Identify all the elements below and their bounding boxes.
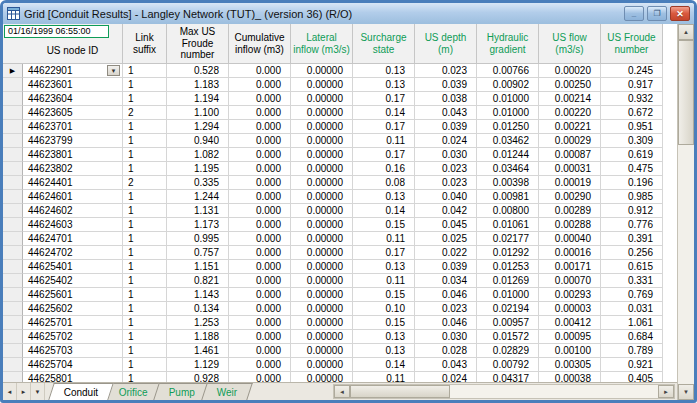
grid-cell[interactable]: 0.000: [229, 260, 291, 274]
grid-cell[interactable]: 0.01572: [477, 330, 539, 344]
grid-cell[interactable]: 1.195: [167, 162, 229, 176]
grid-cell[interactable]: 0.134: [167, 302, 229, 316]
grid-cell[interactable]: 0.000: [229, 176, 291, 190]
grid-cell[interactable]: 0.00000: [291, 246, 353, 260]
grid-cell[interactable]: 0.00020: [539, 64, 601, 78]
grid-cell[interactable]: 0.16: [353, 162, 415, 176]
column-header[interactable]: Surcharge state: [353, 24, 415, 64]
grid-cell[interactable]: 0.039: [415, 120, 477, 134]
grid-cell[interactable]: 44622901▼: [23, 64, 123, 78]
grid-cell[interactable]: 1.173: [167, 218, 229, 232]
horizontal-scrollbar[interactable]: ◄ ►: [333, 384, 675, 399]
vertical-scrollbar-track[interactable]: [678, 40, 694, 384]
row-selector[interactable]: [3, 274, 23, 288]
grid-cell[interactable]: 1.188: [167, 330, 229, 344]
grid-cell[interactable]: 0.00000: [291, 162, 353, 176]
grid-cell[interactable]: 1: [123, 330, 167, 344]
grid-cell[interactable]: 0.000: [229, 330, 291, 344]
grid-cell[interactable]: 0.000: [229, 232, 291, 246]
grid-cell[interactable]: 0.000: [229, 302, 291, 316]
row-selector[interactable]: [3, 148, 23, 162]
grid-cell[interactable]: 1.461: [167, 344, 229, 358]
grid-cell[interactable]: 0.031: [601, 302, 663, 316]
grid-cell[interactable]: 1: [123, 344, 167, 358]
grid-cell[interactable]: 0.038: [415, 92, 477, 106]
grid-cell[interactable]: 0.684: [601, 330, 663, 344]
grid-cell[interactable]: 0.00220: [539, 106, 601, 120]
row-selector[interactable]: [3, 134, 23, 148]
grid-cell[interactable]: 0.023: [415, 302, 477, 316]
grid-cell[interactable]: 0.00290: [539, 190, 601, 204]
grid-cell[interactable]: 0.932: [601, 92, 663, 106]
grid-cell[interactable]: 0.03462: [477, 134, 539, 148]
grid-cell[interactable]: 0.615: [601, 260, 663, 274]
grid-cell[interactable]: 0.00000: [291, 190, 353, 204]
row-selector[interactable]: [3, 372, 23, 382]
row-selector[interactable]: [3, 218, 23, 232]
grid-cell[interactable]: 0.00031: [539, 162, 601, 176]
grid-cell[interactable]: 44623601: [23, 78, 123, 92]
grid-cell[interactable]: 1: [123, 190, 167, 204]
grid-cell[interactable]: 0.000: [229, 92, 291, 106]
grid-cell[interactable]: 44625702: [23, 330, 123, 344]
grid-cell[interactable]: 0.00221: [539, 120, 601, 134]
grid-cell[interactable]: 0.023: [415, 176, 477, 190]
grid-cell[interactable]: 0.00000: [291, 344, 353, 358]
maximize-button[interactable]: ❐: [647, 6, 667, 21]
result-timestamp[interactable]: 01/16/1999 06:55:00: [4, 25, 109, 38]
grid-cell[interactable]: 0.00000: [291, 64, 353, 78]
grid-cell[interactable]: 0.00003: [539, 302, 601, 316]
grid-cell[interactable]: 1: [123, 148, 167, 162]
grid-cell[interactable]: 0.928: [167, 372, 229, 382]
grid-cell[interactable]: 0.619: [601, 148, 663, 162]
row-selector[interactable]: [3, 78, 23, 92]
grid-cell[interactable]: 44625601: [23, 288, 123, 302]
grid-cell[interactable]: 0.024: [415, 372, 477, 382]
column-header[interactable]: Cumulative inflow (m3): [229, 24, 291, 64]
grid-cell[interactable]: 0.024: [415, 134, 477, 148]
row-selector[interactable]: [3, 190, 23, 204]
tab-scroll-left-button[interactable]: ◄: [3, 383, 17, 400]
grid-cell[interactable]: 0.01292: [477, 246, 539, 260]
grid-cell[interactable]: 0.023: [415, 162, 477, 176]
grid-cell[interactable]: 0.000: [229, 190, 291, 204]
grid-cell[interactable]: 0.045: [415, 218, 477, 232]
grid-cell[interactable]: 0.00000: [291, 92, 353, 106]
grid-cell[interactable]: 0.03464: [477, 162, 539, 176]
grid-cell[interactable]: 0.00305: [539, 358, 601, 372]
grid-cell[interactable]: 0.034: [415, 274, 477, 288]
grid-cell[interactable]: 0.00000: [291, 372, 353, 382]
horizontal-scrollbar-thumb[interactable]: [350, 385, 450, 398]
grid-cell[interactable]: 1: [123, 134, 167, 148]
grid-cell[interactable]: 0.13: [353, 260, 415, 274]
grid-cell[interactable]: 0.14: [353, 358, 415, 372]
grid-cell[interactable]: 1.244: [167, 190, 229, 204]
grid-cell[interactable]: 0.335: [167, 176, 229, 190]
scroll-left-button[interactable]: ◄: [334, 385, 350, 398]
grid-cell[interactable]: 0.00981: [477, 190, 539, 204]
grid-cell[interactable]: 0.00000: [291, 274, 353, 288]
grid-cell[interactable]: 0.000: [229, 162, 291, 176]
grid-cell[interactable]: 0.13: [353, 344, 415, 358]
row-selector[interactable]: [3, 358, 23, 372]
grid-cell[interactable]: 0.02194: [477, 302, 539, 316]
grid-cell[interactable]: 0.917: [601, 78, 663, 92]
grid-cell[interactable]: 0.000: [229, 106, 291, 120]
column-header[interactable]: US node ID: [23, 45, 122, 56]
grid-cell[interactable]: 1: [123, 260, 167, 274]
grid-cell[interactable]: 0.00087: [539, 148, 601, 162]
grid-cell[interactable]: 0.000: [229, 64, 291, 78]
grid-cell[interactable]: 1.100: [167, 106, 229, 120]
grid-cell[interactable]: 0.00171: [539, 260, 601, 274]
grid-cell[interactable]: 0.17: [353, 120, 415, 134]
grid-cell[interactable]: 0.00214: [539, 92, 601, 106]
grid-cell[interactable]: 1: [123, 358, 167, 372]
grid-cell[interactable]: 1.143: [167, 288, 229, 302]
grid-cell[interactable]: 0.046: [415, 316, 477, 330]
tab-weir[interactable]: Weir: [201, 383, 253, 400]
row-selector[interactable]: [3, 316, 23, 330]
grid-cell[interactable]: 0.11: [353, 134, 415, 148]
row-selector[interactable]: [3, 120, 23, 134]
grid-cell[interactable]: 1: [123, 302, 167, 316]
column-header[interactable]: US depth (m): [415, 24, 477, 64]
